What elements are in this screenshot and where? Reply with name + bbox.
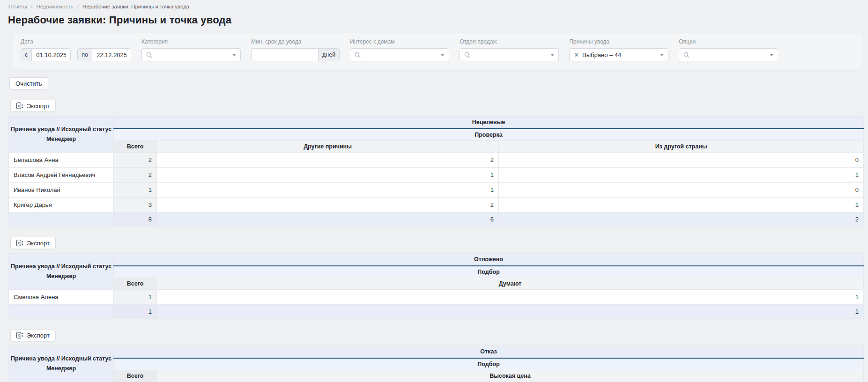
search-icon	[683, 52, 690, 58]
value-cell: 1	[157, 168, 499, 183]
breadcrumb-current: Нерабочие заявки: Причины и точка увода	[82, 4, 189, 9]
total-row-value-cell: 6	[157, 213, 499, 227]
filter-panel: Дата с по Категория Мин. срок до	[13, 33, 862, 69]
breadcrumb-separator: /	[31, 4, 32, 9]
filter-withdraw-reasons: Причины увода ✕ Выбрано – 44	[569, 38, 668, 61]
total-row: 1 1	[9, 305, 864, 319]
date-from-input[interactable]	[32, 49, 70, 61]
breadcrumb-link-reports[interactable]: Отчеты	[8, 4, 27, 9]
svg-text:x: x	[18, 241, 20, 245]
search-icon	[464, 52, 470, 58]
page-title: Нерабочие заявки: Причины и точка увода	[7, 14, 863, 26]
chevron-down-icon	[232, 54, 236, 56]
subgroup-header-cell: Проверка	[114, 129, 864, 141]
export-button-table-1[interactable]: x Экспорт	[10, 100, 56, 112]
table-row: Смелова Алена 1 1	[9, 290, 864, 305]
category-select[interactable]	[141, 48, 241, 61]
excel-export-icon: x	[16, 103, 23, 109]
group-header-cell: Нецелевые	[114, 117, 864, 129]
report-table-netselevye: Причина увода // Исходный статус Менедже…	[8, 116, 864, 227]
row-header-line1: Причина увода // Исходный статус	[9, 354, 113, 364]
filter-category: Категория	[141, 38, 241, 61]
row-header-cell: Причина увода // Исходный статус Менедже…	[9, 254, 114, 290]
withdraw-reasons-select[interactable]: ✕ Выбрано – 44	[569, 48, 668, 61]
sales-department-select[interactable]	[460, 48, 559, 61]
total-value-cell: 3	[114, 198, 157, 213]
export-button-table-3[interactable]: x Экспорт	[10, 329, 56, 341]
total-row-value-cell: 1	[157, 305, 864, 319]
group-header-cell: Отложено	[114, 254, 864, 266]
column-header-total: Всего	[114, 278, 157, 290]
manager-name-cell: Смелова Алена	[9, 290, 114, 305]
value-cell: 1	[499, 198, 864, 213]
date-from-prefix: с	[21, 49, 32, 61]
chevron-down-icon	[441, 54, 445, 56]
export-button-label: Экспорт	[27, 103, 50, 110]
date-to-input[interactable]	[92, 49, 131, 61]
export-button-table-2[interactable]: x Экспорт	[10, 237, 56, 249]
subgroup-header-cell: Подбор	[114, 266, 864, 278]
total-value-cell: 2	[114, 153, 157, 168]
total-value-cell: 1	[114, 290, 157, 305]
total-row-label-cell	[9, 305, 114, 319]
clear-selection-icon[interactable]: ✕	[574, 52, 579, 58]
breadcrumb: Отчеты / Недвижимость / Нерабочие заявки…	[7, 3, 863, 14]
row-header-cell: Причина увода // Исходный статус Менедже…	[9, 346, 114, 382]
group-header-row: Причина увода // Исходный статус Менедже…	[9, 117, 864, 129]
excel-export-icon: x	[16, 240, 23, 246]
group-header-row: Причина увода // Исходный статус Менедже…	[9, 254, 864, 266]
filter-sales-department-label: Отдел продаж	[460, 38, 559, 45]
table-row: Кригер Дарья 3 2 1	[9, 198, 864, 213]
column-header-row: Всего Другие причины Из другой страны	[9, 141, 864, 153]
group-header-row: Причина увода // Исходный статус Менедже…	[9, 346, 864, 359]
chevron-down-icon	[660, 54, 664, 56]
report-table-otlozheno: Причина увода // Исходный статус Менедже…	[8, 253, 864, 319]
column-header: Думают	[157, 278, 864, 290]
total-value-cell: 1	[114, 183, 157, 198]
table-row: Иванов Николай 1 1 0	[9, 183, 864, 198]
row-header-line1: Причина увода // Исходный статус	[9, 125, 113, 134]
subgroup-header-cell: Подбор	[114, 358, 864, 370]
manager-name-cell: Власов Андрей Геннадьевич	[9, 168, 114, 183]
svg-text:x: x	[18, 333, 20, 338]
value-cell: 2	[157, 198, 499, 213]
row-header-line2: Менеджер	[9, 364, 113, 374]
table-row: Белашова Анна 2 2 0	[9, 153, 864, 168]
table-row: Власов Андрей Геннадьевич 2 1 1	[9, 168, 864, 183]
total-row-value-cell: 2	[499, 213, 864, 227]
filter-withdraw-reasons-label: Причины увода	[569, 38, 668, 45]
filter-house-interest-label: Интерес к домам	[350, 38, 449, 45]
clear-filters-label: Очистить	[15, 80, 42, 87]
row-header-line1: Причина увода // Исходный статус	[9, 262, 113, 272]
min-days-input[interactable]	[252, 49, 318, 61]
breadcrumb-link-realty[interactable]: Недвижимость	[36, 4, 73, 9]
value-cell: 1	[499, 168, 864, 183]
column-header-row: Всего Высокая цена	[9, 370, 864, 382]
breadcrumb-separator: /	[77, 4, 79, 9]
subgroup-header-row: Проверка	[9, 129, 864, 141]
total-row-label-cell	[9, 213, 114, 227]
filter-category-label: Категория	[141, 38, 241, 45]
house-interest-select[interactable]	[350, 48, 449, 61]
value-cell: 1	[157, 183, 499, 198]
filter-min-days-label: Мин. срок до увода	[251, 38, 340, 45]
column-header-total: Всего	[114, 141, 157, 153]
column-header: Высокая цена	[157, 370, 864, 382]
total-row: 8 6 2	[9, 213, 864, 227]
column-header-total: Всего	[114, 370, 157, 382]
column-header-row: Всего Думают	[9, 278, 864, 290]
excel-export-icon: x	[16, 332, 23, 338]
withdraw-reasons-select-value: Выбрано – 44	[582, 51, 657, 59]
options-select[interactable]	[679, 48, 778, 61]
value-cell: 2	[157, 153, 499, 168]
clear-filters-button[interactable]: Очистить	[9, 77, 48, 89]
group-header-cell: Отказ	[114, 346, 864, 359]
date-to-group: по	[77, 48, 131, 61]
filter-date: Дата с по	[21, 38, 131, 61]
total-row-total-cell: 1	[114, 305, 157, 319]
date-from-group: с	[21, 48, 71, 61]
value-cell: 0	[499, 153, 864, 168]
search-icon	[146, 52, 152, 58]
chevron-down-icon	[550, 54, 554, 56]
row-header-cell: Причина увода // Исходный статус Менедже…	[9, 117, 114, 153]
